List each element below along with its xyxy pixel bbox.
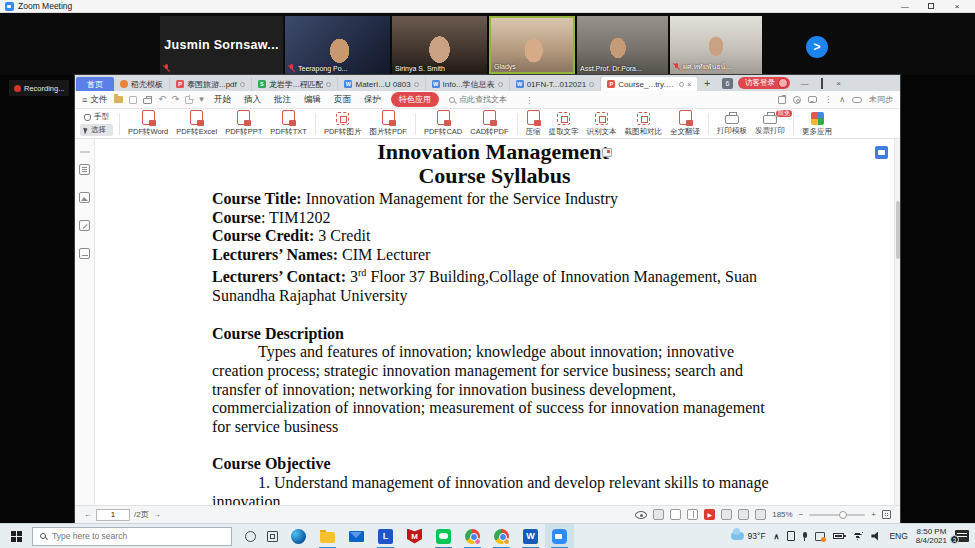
collapse-ribbon-icon[interactable]: ∧: [839, 95, 845, 104]
menu-protect[interactable]: 保护: [364, 94, 381, 106]
zoom-slider-knob[interactable]: [839, 511, 847, 519]
participant-tile-active-speaker[interactable]: Gladys: [489, 16, 575, 74]
two-page-view-icon[interactable]: [687, 509, 698, 520]
wifi-icon[interactable]: [852, 532, 863, 541]
taskbar-app-chrome-2[interactable]: [487, 524, 516, 548]
pdf-to-ppt-button[interactable]: PDF转PPT: [221, 110, 266, 137]
sync-status-label[interactable]: 未同步: [869, 94, 893, 105]
feedback-icon[interactable]: [808, 96, 817, 103]
slideshow-icon[interactable]: ▶: [704, 509, 715, 520]
next-page-button[interactable]: →: [153, 510, 161, 519]
notification-center-icon[interactable]: 3: [955, 530, 969, 542]
tab-close-icon[interactable]: ×: [687, 81, 691, 88]
eye-protect-icon[interactable]: [635, 511, 647, 519]
more-options-icon[interactable]: ⋮: [525, 95, 534, 105]
panel-grip[interactable]: [80, 151, 90, 153]
tab-thailand-pdf[interactable]: P 泰国旅游...pdf: [170, 77, 252, 91]
print-template-button[interactable]: 打印模板: [713, 111, 751, 136]
task-view-button[interactable]: [267, 531, 278, 542]
participant-tile[interactable]: Sirinya S. Smith: [392, 16, 487, 74]
tab-01fn-doc[interactable]: W 01FN-T...012021: [510, 77, 602, 91]
find-text-input[interactable]: [459, 95, 519, 104]
pdf-to-image-button[interactable]: PDF转图片: [320, 111, 366, 137]
page-number-input[interactable]: [96, 509, 130, 521]
taskbar-app-lenovo[interactable]: L: [371, 524, 400, 548]
pdf-to-cad-button[interactable]: PDF转CAD: [420, 110, 466, 137]
cortana-button[interactable]: [245, 531, 256, 542]
save-icon[interactable]: [129, 96, 137, 104]
invoice-print-button[interactable]: 限免发票打印: [751, 111, 789, 136]
featured-apps-tab[interactable]: 特色应用: [391, 92, 439, 107]
taskbar-app-zoom-active[interactable]: [545, 524, 574, 548]
tab-count-badge[interactable]: 6: [722, 78, 733, 89]
file-menu[interactable]: 文件: [90, 94, 107, 106]
zoom-level-label[interactable]: 185%: [772, 510, 792, 519]
tab-docer-template[interactable]: 稻壳模板: [114, 77, 170, 91]
fit-page-view-icon[interactable]: [670, 509, 681, 520]
tab-home[interactable]: 首页: [76, 77, 114, 91]
start-button[interactable]: [0, 524, 32, 548]
menu-edit[interactable]: 编辑: [304, 94, 321, 106]
ocr-text-button[interactable]: 识别文本: [583, 111, 621, 137]
single-page-view-icon[interactable]: [653, 509, 664, 520]
pdf-to-excel-button[interactable]: PDF转Excel: [172, 110, 221, 137]
battery-icon[interactable]: [833, 533, 844, 539]
participant-tile[interactable]: Asst.Prof. Dr.Pora...: [577, 16, 668, 74]
annotation-panel-icon[interactable]: [79, 220, 90, 231]
next-participants-button[interactable]: >: [806, 36, 828, 58]
actual-size-icon[interactable]: [755, 509, 766, 520]
translate-button[interactable]: 全文翻译: [666, 110, 704, 137]
zoom-in-button[interactable]: +: [871, 510, 876, 519]
zoom-out-button[interactable]: −: [799, 510, 804, 519]
hand-tool-button[interactable]: 手型: [80, 111, 113, 123]
taskbar-app-edge[interactable]: [284, 524, 313, 548]
image-to-pdf-button[interactable]: 图片转PDF: [365, 110, 411, 137]
taskbar-search-box[interactable]: [32, 527, 232, 546]
hidden-icons-chevron[interactable]: ∧: [774, 532, 780, 541]
taskbar-app-mail[interactable]: [342, 524, 371, 548]
export-icon[interactable]: [185, 96, 193, 104]
undo-icon[interactable]: ↶: [158, 95, 166, 104]
new-tab-button[interactable]: +: [697, 78, 717, 89]
tab-material-doc[interactable]: W MaterI...U 0803: [338, 77, 425, 91]
vertical-scrollbar[interactable]: [894, 139, 900, 505]
fit-width-icon[interactable]: [738, 509, 749, 520]
hamburger-icon[interactable]: ≡: [82, 95, 87, 105]
caret-down-icon[interactable]: ▾: [199, 95, 204, 104]
pdf-to-txt-button[interactable]: PDF转TXT: [266, 110, 311, 137]
cad-to-pdf-button[interactable]: CAD转PDF: [466, 110, 512, 137]
your-phone-icon[interactable]: [787, 531, 795, 541]
screenshot-compare-button[interactable]: 截图和对比: [621, 111, 667, 137]
taskbar-clock[interactable]: 8:50 PM 8/4/2021: [916, 527, 947, 546]
snip-tool-icon[interactable]: [815, 532, 825, 541]
close-button[interactable]: ×: [830, 79, 847, 88]
open-file-icon[interactable]: [114, 96, 123, 103]
tab-info-doc[interactable]: W Info...学信息表: [426, 77, 510, 91]
taskbar-search-input[interactable]: [52, 531, 202, 541]
microphone-in-use-icon[interactable]: [803, 532, 807, 538]
menu-start[interactable]: 开始: [214, 94, 231, 106]
kebab-icon[interactable]: ⋮: [824, 95, 832, 104]
text-cursor-widget-icon[interactable]: [602, 148, 612, 157]
zoom-slider[interactable]: [809, 514, 865, 516]
minimize-button[interactable]: —: [892, 0, 918, 13]
restore-button[interactable]: [813, 79, 830, 88]
taskbar-app-explorer[interactable]: [313, 524, 342, 548]
tab-course-pdf-active[interactable]: P Course_...try.pdf ×: [601, 77, 697, 91]
participant-tile[interactable]: ผศ.หทัยพันธน์...: [670, 16, 762, 74]
image-panel-icon[interactable]: [79, 192, 90, 203]
print-icon[interactable]: [143, 98, 152, 104]
more-apps-button[interactable]: 更多应用: [798, 111, 836, 137]
pdf-to-word-button[interactable]: PDF转Word: [124, 110, 172, 137]
rotate-page-icon[interactable]: [721, 509, 732, 520]
menu-comment[interactable]: 批注: [274, 94, 291, 106]
assistant-widget-icon[interactable]: [875, 146, 888, 159]
fullscreen-icon[interactable]: [882, 510, 891, 519]
gear-icon[interactable]: [793, 96, 801, 104]
recording-indicator[interactable]: Recording...: [9, 80, 69, 96]
participant-tile[interactable]: Teerapong Po...: [285, 16, 390, 74]
language-indicator[interactable]: ENG: [889, 531, 907, 541]
maximize-button[interactable]: [918, 0, 944, 13]
menu-page[interactable]: 页面: [334, 94, 351, 106]
taskbar-app-mcafee[interactable]: M: [400, 524, 429, 548]
